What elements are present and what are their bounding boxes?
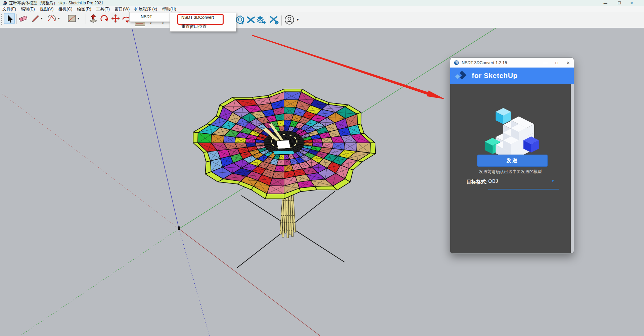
minimize-icon[interactable]: —	[540, 58, 551, 68]
select-tool-icon[interactable]	[4, 13, 15, 24]
axes-origin-marker	[178, 226, 180, 230]
followme-tool-icon[interactable]	[100, 14, 109, 23]
chevron-down-icon[interactable]: ▾	[78, 17, 79, 20]
format-select[interactable]: OBJ	[488, 178, 498, 184]
chevron-down-icon[interactable]: ▾	[41, 17, 43, 20]
nsdt-convert-icon[interactable]	[246, 15, 256, 25]
nsdt-plugin-window: NSDT 3DConvert 1.2.15 — □ ✕ for SketchUp…	[450, 57, 574, 254]
eraser-tool-icon[interactable]	[18, 14, 28, 23]
menu-item-draw[interactable]: 绘图(R)	[75, 6, 94, 12]
rectangle-tool-icon[interactable]	[67, 14, 77, 23]
chevron-down-icon[interactable]: ▾	[58, 17, 60, 20]
plugin-header-title: for SketchUp	[472, 72, 518, 80]
plugin-scrollbar[interactable]	[571, 84, 574, 253]
toolbar-divider	[86, 14, 86, 24]
nsdt-import-icon[interactable]	[235, 15, 245, 25]
menu-item-view[interactable]: 视图(V)	[37, 6, 56, 12]
plugin-header: for SketchUp	[450, 68, 574, 84]
menu-item-extensions[interactable]: 扩展程序 (x)	[132, 6, 159, 12]
toolbar-divider	[281, 15, 282, 26]
plugin-logo-icon	[454, 60, 459, 65]
chevron-down-icon[interactable]: ▾	[162, 22, 164, 25]
menu-bar: 文件(F) 编辑(E) 视图(V) 相机(C) 绘图(R) 工具(T) 窗口(W…	[0, 6, 644, 12]
menu-item-nsdt-3dconvert[interactable]: NSDT 3DConvert	[170, 13, 236, 22]
send-button[interactable]: 发送	[477, 155, 548, 167]
signin-person-icon[interactable]	[284, 14, 295, 25]
sketchup-application: 莲叶亭实体模型（调整后）.skp - SketchUp Pro 2021 — ❐…	[0, 0, 644, 336]
window-title: 莲叶亭实体模型（调整后）.skp - SketchUp Pro 2021	[9, 0, 103, 6]
menu-item-file[interactable]: 文件(F)	[0, 6, 18, 12]
menu-item-label: NSDT	[141, 14, 152, 19]
cube-illustration	[484, 92, 539, 155]
close-icon[interactable]: ✕	[562, 58, 574, 68]
toolbar-divider	[16, 14, 17, 24]
menu-item-help[interactable]: 帮助(H)	[159, 6, 178, 12]
menu-item-edit[interactable]: 编辑(E)	[18, 6, 37, 12]
format-underline	[488, 189, 559, 190]
dropdown-arrow-icon[interactable]: ▼	[551, 179, 555, 183]
maximize-icon[interactable]: □	[551, 58, 562, 68]
plugin-title: NSDT 3DConvert 1.2.15	[462, 60, 540, 65]
menu-item-window[interactable]: 窗口(W)	[112, 6, 132, 12]
menu-item-tools[interactable]: 工具(T)	[94, 6, 112, 12]
chevron-down-icon[interactable]: ▾	[297, 17, 299, 22]
menu-item-label: NSDT 3DConvert	[181, 15, 214, 20]
annotation-arrow	[252, 35, 445, 99]
lotus-canopy-model	[193, 89, 376, 199]
plugin-title-bar: NSDT 3DConvert 1.2.15 — □ ✕	[450, 58, 574, 68]
toolbar-grip[interactable]	[1, 14, 3, 25]
nsdt-export-icon[interactable]	[256, 15, 266, 25]
plugin-body: 发送 发送前请确认已选中要发送的模型 目标格式: OBJ ▼	[450, 84, 574, 253]
restore-icon[interactable]: ❐	[614, 0, 625, 6]
minimize-icon[interactable]: —	[600, 0, 610, 6]
move-tool-icon[interactable]	[111, 14, 120, 23]
nsdt-submenu: NSDT 3DConvert 重置窗口位置	[170, 13, 236, 32]
sketchup-logo-icon	[3, 1, 7, 5]
nsdt-diamond-logo-icon	[455, 70, 468, 81]
menu-item-camera[interactable]: 相机(C)	[56, 6, 75, 12]
toolbar: ▾ ▾ ▾ ▾ ▾	[0, 12, 644, 28]
chevron-down-icon[interactable]: ▾	[150, 22, 152, 25]
close-icon[interactable]: ✕	[627, 0, 637, 6]
title-bar: 莲叶亭实体模型（调整后）.skp - SketchUp Pro 2021 — ❐…	[0, 0, 644, 6]
toolbar-divider	[267, 15, 267, 26]
send-hint-text: 发送前请确认已选中要发送的模型	[450, 169, 570, 175]
format-label: 目标格式:	[466, 179, 488, 185]
nsdt-settings-icon[interactable]	[269, 15, 279, 25]
pushpull-tool-icon[interactable]	[89, 14, 98, 23]
menu-item-reset-window-position[interactable]: 重置窗口位置	[170, 22, 236, 31]
line-tool-icon[interactable]	[31, 14, 40, 23]
menu-item-label: 重置窗口位置	[181, 24, 206, 29]
arc-tool-icon[interactable]	[47, 14, 56, 23]
